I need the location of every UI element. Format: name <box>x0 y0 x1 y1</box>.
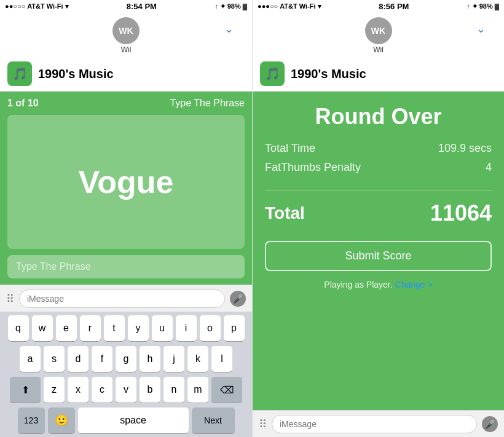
change-link[interactable]: Change > <box>395 280 433 289</box>
key-t[interactable]: t <box>104 315 125 341</box>
key-q[interactable]: q <box>8 315 29 341</box>
key-n[interactable]: n <box>163 377 184 403</box>
right-music-icon: 🎵 <box>265 66 280 81</box>
key-f[interactable]: f <box>92 346 112 372</box>
left-panel: ●●○○○ AT&T Wi-Fi ▾ 8:54 PM ↑ ✦ 98% ▓ WK … <box>0 0 252 437</box>
left-app-icon: 🎵 <box>7 61 32 86</box>
key-s[interactable]: s <box>44 346 65 372</box>
key-next[interactable]: Next <box>192 407 235 433</box>
round-over-title: Round Over <box>265 104 492 130</box>
left-bluetooth-icon: ✦ <box>220 2 226 10</box>
key-backspace[interactable]: ⌫ <box>211 377 242 403</box>
left-imessage-bar: ⠿ 🎤 <box>0 285 252 312</box>
key-z[interactable]: z <box>44 377 65 403</box>
right-status-right: ↑ ✦ 98% ▓ <box>467 2 499 10</box>
fat-thumbs-label: FatThumbs Penalty <box>265 161 361 174</box>
total-label: Total <box>265 203 305 223</box>
right-avatar[interactable]: WK <box>365 17 392 44</box>
key-emoji[interactable]: 🙂 <box>48 407 75 433</box>
left-game-area: 1 of 10 Type The Phrase Vogue <box>0 92 252 285</box>
left-word-display: Vogue <box>78 163 173 200</box>
key-shift[interactable]: ⬆ <box>10 377 41 403</box>
right-bluetooth-icon: ✦ <box>472 2 478 10</box>
key-space[interactable]: space <box>78 407 189 433</box>
key-j[interactable]: j <box>163 346 184 372</box>
left-keyboard: q w e r t y u i o p a s d f g h j k l ⬆ … <box>0 312 252 437</box>
right-mic-button[interactable]: 🎤 <box>482 416 498 432</box>
key-m[interactable]: m <box>187 377 208 403</box>
left-battery: 98% <box>227 2 241 10</box>
left-game-instruction: Type The Phrase <box>170 98 245 109</box>
right-location-icon: ↑ <box>467 2 470 10</box>
left-status-right: ↑ ✦ 98% ▓ <box>215 2 247 10</box>
left-avatar[interactable]: WK <box>112 17 140 44</box>
right-battery: 98% <box>479 2 493 10</box>
left-word-display-box: Vogue <box>7 115 245 249</box>
left-app-title-bar: 🎵 1990's Music <box>0 57 252 92</box>
total-time-row: Total Time 109.9 secs <box>265 142 492 155</box>
right-battery-icon: ▓ <box>495 3 499 10</box>
left-music-icon: 🎵 <box>12 66 28 81</box>
submit-score-button[interactable]: Submit Score <box>265 241 492 271</box>
right-imessage-input[interactable] <box>272 415 477 433</box>
key-o[interactable]: o <box>200 315 221 341</box>
right-carrier: AT&T Wi-Fi <box>280 2 315 10</box>
key-123[interactable]: 123 <box>18 407 45 433</box>
playing-as-text: Playing as Player. Change > <box>265 280 492 289</box>
left-location-icon: ↑ <box>215 2 218 10</box>
total-value: 11064 <box>430 200 492 226</box>
left-carrier: AT&T Wi-Fi <box>27 2 63 10</box>
left-time: 8:54 PM <box>127 2 157 11</box>
phrase-input[interactable] <box>7 255 245 278</box>
key-a[interactable]: a <box>20 346 41 372</box>
results-divider <box>265 190 492 191</box>
playing-as-label: Playing as Player. <box>324 280 392 289</box>
key-c[interactable]: c <box>92 377 112 403</box>
key-u[interactable]: u <box>152 315 173 341</box>
right-mic-icon: 🎤 <box>485 419 495 429</box>
right-profile-header: WK Wil ⌄ <box>253 12 504 57</box>
key-k[interactable]: k <box>187 346 208 372</box>
left-status-bar: ●●○○○ AT&T Wi-Fi ▾ 8:54 PM ↑ ✦ 98% ▓ <box>0 0 252 12</box>
right-app-title-bar: 🎵 1990's Music <box>253 57 504 92</box>
key-g[interactable]: g <box>116 346 136 372</box>
key-w[interactable]: w <box>32 315 53 341</box>
right-chevron-down-icon[interactable]: ⌄ <box>476 22 486 36</box>
key-h[interactable]: h <box>140 346 160 372</box>
left-wifi-icon: ▾ <box>65 2 69 10</box>
keyboard-row-2: a s d f g h j k l <box>2 346 250 372</box>
right-signal: ●●●○○ <box>258 2 278 10</box>
total-row: Total 11064 <box>265 200 492 226</box>
left-signal: ●●○○○ <box>5 2 25 10</box>
key-e[interactable]: e <box>56 315 77 341</box>
key-v[interactable]: v <box>116 377 136 403</box>
right-profile-name: Wil <box>373 45 384 54</box>
key-y[interactable]: y <box>128 315 149 341</box>
right-app-icon: 🎵 <box>260 61 285 86</box>
key-r[interactable]: r <box>80 315 101 341</box>
key-d[interactable]: d <box>68 346 89 372</box>
left-chevron-down-icon[interactable]: ⌄ <box>224 22 234 36</box>
right-status-left: ●●●○○ AT&T Wi-Fi ▾ <box>258 2 321 10</box>
key-i[interactable]: i <box>176 315 197 341</box>
key-p[interactable]: p <box>224 315 245 341</box>
key-b[interactable]: b <box>140 377 160 403</box>
right-grid-icon[interactable]: ⠿ <box>259 417 267 431</box>
left-imessage-input[interactable] <box>19 289 225 308</box>
right-panel: ●●●○○ AT&T Wi-Fi ▾ 8:56 PM ↑ ✦ 98% ▓ WK … <box>252 0 504 437</box>
keyboard-row-4: 123 🙂 space Next <box>2 407 250 433</box>
right-app-title: 1990's Music <box>291 67 366 81</box>
left-mic-button[interactable]: 🎤 <box>230 291 246 307</box>
right-wifi-icon: ▾ <box>318 2 321 10</box>
results-area: Round Over Total Time 109.9 secs FatThum… <box>253 92 504 410</box>
keyboard-row-1: q w e r t y u i o p <box>2 315 250 341</box>
left-status-left: ●●○○○ AT&T Wi-Fi ▾ <box>5 2 69 10</box>
right-status-bar: ●●●○○ AT&T Wi-Fi ▾ 8:56 PM ↑ ✦ 98% ▓ <box>253 0 504 12</box>
right-time: 8:56 PM <box>379 2 409 11</box>
key-l[interactable]: l <box>211 346 232 372</box>
left-profile-name: Wil <box>121 45 132 54</box>
left-grid-icon[interactable]: ⠿ <box>6 292 14 305</box>
key-x[interactable]: x <box>68 377 89 403</box>
total-time-value: 109.9 secs <box>438 142 492 155</box>
fat-thumbs-row: FatThumbs Penalty 4 <box>265 161 492 174</box>
